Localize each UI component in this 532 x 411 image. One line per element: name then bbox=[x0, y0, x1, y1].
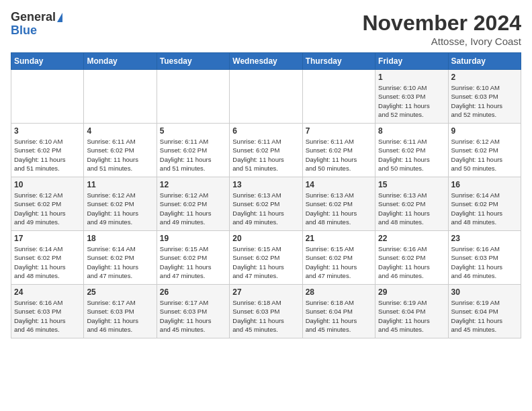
day-info: Sunrise: 6:11 AMSunset: 6:02 PMDaylight:… bbox=[232, 137, 299, 173]
day-info: Sunrise: 6:16 AMSunset: 6:03 PMDaylight:… bbox=[14, 298, 81, 334]
calendar-week-4: 17Sunrise: 6:14 AMSunset: 6:02 PMDayligh… bbox=[11, 231, 521, 285]
day-number: 22 bbox=[378, 234, 445, 243]
day-info: Sunrise: 6:14 AMSunset: 6:02 PMDaylight:… bbox=[87, 244, 153, 280]
calendar-cell: 17Sunrise: 6:14 AMSunset: 6:02 PMDayligh… bbox=[11, 231, 84, 285]
day-number: 5 bbox=[160, 126, 226, 136]
day-info: Sunrise: 6:12 AMSunset: 6:02 PMDaylight:… bbox=[14, 191, 81, 226]
day-info: Sunrise: 6:12 AMSunset: 6:02 PMDaylight:… bbox=[451, 137, 518, 173]
day-info: Sunrise: 6:11 AMSunset: 6:02 PMDaylight:… bbox=[378, 137, 445, 173]
calendar-cell: 6Sunrise: 6:11 AMSunset: 6:02 PMDaylight… bbox=[230, 124, 302, 177]
day-number: 6 bbox=[232, 126, 299, 136]
day-info: Sunrise: 6:17 AMSunset: 6:03 PMDaylight:… bbox=[160, 298, 226, 334]
calendar-cell: 25Sunrise: 6:17 AMSunset: 6:03 PMDayligh… bbox=[84, 285, 157, 338]
calendar-cell bbox=[302, 70, 375, 124]
calendar-cell: 28Sunrise: 6:18 AMSunset: 6:04 PMDayligh… bbox=[302, 285, 375, 338]
day-info: Sunrise: 6:10 AMSunset: 6:02 PMDaylight:… bbox=[14, 137, 81, 173]
calendar-cell: 9Sunrise: 6:12 AMSunset: 6:02 PMDaylight… bbox=[448, 124, 521, 177]
day-info: Sunrise: 6:18 AMSunset: 6:03 PMDaylight:… bbox=[232, 298, 299, 334]
day-number: 25 bbox=[87, 287, 153, 297]
day-info: Sunrise: 6:11 AMSunset: 6:02 PMDaylight:… bbox=[306, 137, 372, 173]
day-number: 27 bbox=[232, 287, 299, 297]
calendar-cell: 24Sunrise: 6:16 AMSunset: 6:03 PMDayligh… bbox=[11, 285, 84, 338]
page-header: General Blue November 2024 Attosse, Ivor… bbox=[11, 11, 521, 47]
day-number: 30 bbox=[451, 287, 518, 297]
day-info: Sunrise: 6:13 AMSunset: 6:02 PMDaylight:… bbox=[306, 191, 372, 226]
day-number: 2 bbox=[451, 73, 518, 82]
day-info: Sunrise: 6:13 AMSunset: 6:02 PMDaylight:… bbox=[378, 191, 445, 226]
calendar-cell bbox=[84, 70, 157, 124]
day-number: 10 bbox=[14, 180, 81, 189]
calendar-cell: 13Sunrise: 6:13 AMSunset: 6:02 PMDayligh… bbox=[230, 177, 302, 231]
day-info: Sunrise: 6:19 AMSunset: 6:04 PMDaylight:… bbox=[451, 298, 518, 334]
day-number: 15 bbox=[378, 180, 445, 189]
logo-general-text: General bbox=[11, 11, 56, 24]
weekday-header-thursday: Thursday bbox=[302, 53, 375, 70]
day-info: Sunrise: 6:14 AMSunset: 6:02 PMDaylight:… bbox=[14, 244, 81, 280]
day-number: 19 bbox=[160, 234, 226, 243]
calendar-cell: 10Sunrise: 6:12 AMSunset: 6:02 PMDayligh… bbox=[11, 177, 84, 231]
calendar-cell: 29Sunrise: 6:19 AMSunset: 6:04 PMDayligh… bbox=[375, 285, 448, 338]
day-number: 18 bbox=[87, 234, 153, 243]
day-info: Sunrise: 6:12 AMSunset: 6:02 PMDaylight:… bbox=[87, 191, 153, 226]
weekday-header-row: SundayMondayTuesdayWednesdayThursdayFrid… bbox=[11, 53, 521, 70]
calendar-cell: 16Sunrise: 6:14 AMSunset: 6:02 PMDayligh… bbox=[448, 177, 521, 231]
weekday-header-friday: Friday bbox=[375, 53, 448, 70]
calendar-cell: 18Sunrise: 6:14 AMSunset: 6:02 PMDayligh… bbox=[84, 231, 157, 285]
calendar-week-1: 1Sunrise: 6:10 AMSunset: 6:03 PMDaylight… bbox=[11, 70, 521, 124]
day-number: 24 bbox=[14, 287, 81, 297]
calendar-cell: 21Sunrise: 6:15 AMSunset: 6:02 PMDayligh… bbox=[302, 231, 375, 285]
day-number: 28 bbox=[306, 287, 372, 297]
calendar-cell bbox=[230, 70, 302, 124]
calendar-cell bbox=[11, 70, 84, 124]
day-number: 26 bbox=[160, 287, 226, 297]
day-number: 9 bbox=[451, 126, 518, 136]
calendar-cell: 11Sunrise: 6:12 AMSunset: 6:02 PMDayligh… bbox=[84, 177, 157, 231]
weekday-header-wednesday: Wednesday bbox=[230, 53, 302, 70]
calendar-cell: 30Sunrise: 6:19 AMSunset: 6:04 PMDayligh… bbox=[448, 285, 521, 338]
calendar-cell: 23Sunrise: 6:16 AMSunset: 6:03 PMDayligh… bbox=[448, 231, 521, 285]
day-info: Sunrise: 6:15 AMSunset: 6:02 PMDaylight:… bbox=[160, 244, 226, 280]
calendar-cell: 22Sunrise: 6:16 AMSunset: 6:02 PMDayligh… bbox=[375, 231, 448, 285]
day-info: Sunrise: 6:12 AMSunset: 6:02 PMDaylight:… bbox=[160, 191, 226, 226]
day-info: Sunrise: 6:10 AMSunset: 6:03 PMDaylight:… bbox=[451, 83, 518, 119]
weekday-header-monday: Monday bbox=[84, 53, 157, 70]
day-info: Sunrise: 6:11 AMSunset: 6:02 PMDaylight:… bbox=[87, 137, 153, 173]
day-number: 17 bbox=[14, 234, 81, 243]
day-info: Sunrise: 6:15 AMSunset: 6:02 PMDaylight:… bbox=[232, 244, 299, 280]
day-info: Sunrise: 6:17 AMSunset: 6:03 PMDaylight:… bbox=[87, 298, 153, 334]
calendar-cell: 3Sunrise: 6:10 AMSunset: 6:02 PMDaylight… bbox=[11, 124, 84, 177]
calendar-week-2: 3Sunrise: 6:10 AMSunset: 6:02 PMDaylight… bbox=[11, 124, 521, 177]
calendar-cell: 7Sunrise: 6:11 AMSunset: 6:02 PMDaylight… bbox=[302, 124, 375, 177]
day-number: 23 bbox=[451, 234, 518, 243]
day-number: 29 bbox=[378, 287, 445, 297]
day-number: 13 bbox=[232, 180, 299, 189]
logo-blue-text: Blue bbox=[11, 24, 62, 38]
day-number: 8 bbox=[378, 126, 445, 136]
day-info: Sunrise: 6:16 AMSunset: 6:03 PMDaylight:… bbox=[451, 244, 518, 280]
calendar-cell: 2Sunrise: 6:10 AMSunset: 6:03 PMDaylight… bbox=[448, 70, 521, 124]
calendar-week-5: 24Sunrise: 6:16 AMSunset: 6:03 PMDayligh… bbox=[11, 285, 521, 338]
calendar-cell: 8Sunrise: 6:11 AMSunset: 6:02 PMDaylight… bbox=[375, 124, 448, 177]
calendar-cell: 14Sunrise: 6:13 AMSunset: 6:02 PMDayligh… bbox=[302, 177, 375, 231]
day-info: Sunrise: 6:19 AMSunset: 6:04 PMDaylight:… bbox=[378, 298, 445, 334]
day-info: Sunrise: 6:14 AMSunset: 6:02 PMDaylight:… bbox=[451, 191, 518, 226]
calendar-cell: 15Sunrise: 6:13 AMSunset: 6:02 PMDayligh… bbox=[375, 177, 448, 231]
month-title: November 2024 bbox=[362, 11, 521, 36]
day-info: Sunrise: 6:13 AMSunset: 6:02 PMDaylight:… bbox=[232, 191, 299, 226]
calendar-cell: 1Sunrise: 6:10 AMSunset: 6:03 PMDaylight… bbox=[375, 70, 448, 124]
day-number: 21 bbox=[306, 234, 372, 243]
logo-icon bbox=[57, 13, 62, 22]
calendar-week-3: 10Sunrise: 6:12 AMSunset: 6:02 PMDayligh… bbox=[11, 177, 521, 231]
day-info: Sunrise: 6:16 AMSunset: 6:02 PMDaylight:… bbox=[378, 244, 445, 280]
day-number: 7 bbox=[306, 126, 372, 136]
location: Attosse, Ivory Coast bbox=[362, 36, 521, 47]
calendar-cell: 4Sunrise: 6:11 AMSunset: 6:02 PMDaylight… bbox=[84, 124, 157, 177]
weekday-header-sunday: Sunday bbox=[11, 53, 84, 70]
day-number: 11 bbox=[87, 180, 153, 189]
day-info: Sunrise: 6:10 AMSunset: 6:03 PMDaylight:… bbox=[378, 83, 445, 119]
calendar-cell bbox=[157, 70, 229, 124]
day-number: 16 bbox=[451, 180, 518, 189]
logo: General Blue bbox=[11, 11, 62, 38]
calendar-cell: 26Sunrise: 6:17 AMSunset: 6:03 PMDayligh… bbox=[157, 285, 229, 338]
day-number: 20 bbox=[232, 234, 299, 243]
